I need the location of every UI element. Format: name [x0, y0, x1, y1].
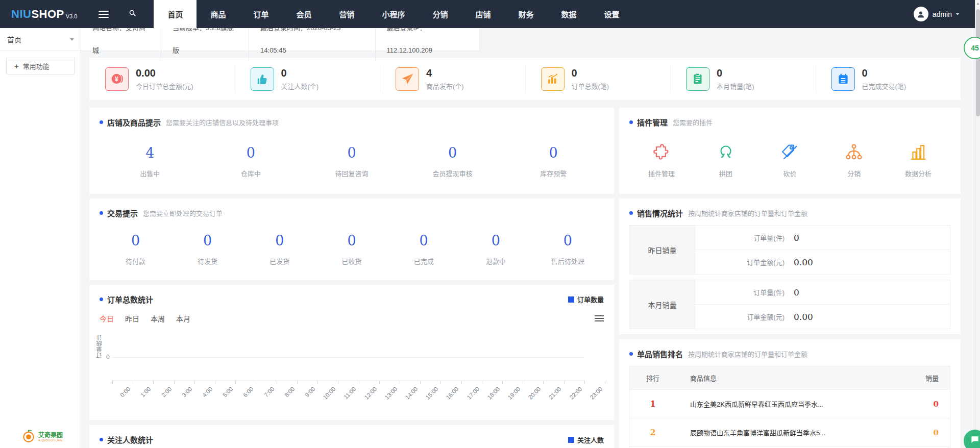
x-axis-tick	[235, 381, 236, 384]
shop-tip-pending-replies[interactable]: 0待回复咨询	[301, 145, 402, 178]
nav-item-mini-program[interactable]: 小程序	[368, 0, 419, 28]
bullet-icon	[629, 352, 633, 356]
chart-tab-today[interactable]: 今日	[100, 313, 114, 323]
avatar	[914, 7, 928, 21]
page-scrollbar[interactable]: ▲ ▼	[975, 0, 980, 448]
main-nav: 首页商品订单会员营销小程序分销店铺财务数据设置	[154, 0, 633, 28]
tip-label: 库存预警	[503, 168, 604, 178]
nav-item-data[interactable]: 数据	[548, 0, 591, 28]
nav-item-orders[interactable]: 订单	[239, 0, 282, 28]
stat-card-today-order-amount: ¥0.00今日订单总金额(元)	[89, 58, 235, 100]
trade-tip-completed[interactable]: 0已完成	[388, 233, 460, 266]
plugin-label: 数据分析	[886, 168, 950, 178]
x-axis-label: 5:00	[222, 386, 234, 398]
x-axis-label: 18:00	[486, 386, 501, 401]
shop-tips-card: 店铺及商品提示 您需要关注的店铺信息以及待处理事项 4出售中0仓库中0待回复咨询…	[89, 108, 614, 194]
logo-version: V3.0	[66, 13, 78, 19]
plugin-data-analysis[interactable]: 数据分析	[886, 141, 950, 178]
search-icon	[128, 9, 137, 19]
search-button[interactable]	[118, 0, 146, 28]
stat-card-completed-trades: 0已完成交易(笔)	[816, 58, 961, 100]
trade-tip-received[interactable]: 0已收货	[315, 233, 387, 266]
stat-label: 本月销量(笔)	[717, 81, 754, 91]
sidebar-section-title: 首页	[7, 34, 21, 44]
shop-tip-withdraw-review[interactable]: 0会员提现审核	[402, 145, 503, 178]
x-axis-label: 6:00	[242, 386, 255, 398]
tip-value: 0	[315, 233, 387, 248]
app-logo: NIU SHOP V3.0	[0, 0, 89, 28]
sales-metric-value: 0.00	[794, 312, 813, 322]
nav-item-members[interactable]: 会员	[282, 0, 325, 28]
plugin-plugin-manage[interactable]: 插件管理	[629, 141, 694, 178]
x-axis-label: 23:00	[589, 386, 604, 401]
product-ranking-subtitle: 按周期统计商家店铺的订单量和订单金额	[688, 349, 807, 359]
sales-stats-table: 昨日销量订单量(件)0订单金额(元)0.00本月销量订单量(件)0订单金额(元)…	[629, 225, 950, 329]
chart-menu-icon[interactable]	[595, 314, 604, 323]
tip-value: 0	[503, 145, 604, 161]
group-buy-icon	[694, 141, 758, 162]
footer-logo-subtext: AIQIGUOYUAN	[38, 439, 63, 442]
nav-item-finance[interactable]: 财务	[505, 0, 548, 28]
nav-item-settings[interactable]: 设置	[591, 0, 633, 28]
sales-metric-value: 0	[794, 233, 799, 243]
sales-count: 0	[905, 400, 950, 409]
shop-tip-stock-warning[interactable]: 0库存预警	[503, 145, 604, 178]
username: admin	[933, 10, 952, 18]
trade-tip-after-sale[interactable]: 0售后待处理	[532, 233, 604, 266]
plugin-distribution[interactable]: 分销	[822, 141, 886, 178]
trade-tip-pending-payment[interactable]: 0待付款	[100, 233, 172, 266]
x-axis-label: 14:00	[404, 386, 419, 401]
plus-icon: +	[14, 62, 19, 70]
chart-tab-this-month[interactable]: 本月	[176, 313, 190, 323]
ranking-row-2[interactable]: 2辰颐物语山东羊角蜜博洋蜜甜瓜新鲜当季水5...0	[630, 418, 950, 447]
shop-tip-in-stock[interactable]: 0仓库中	[201, 145, 302, 178]
info-strip: 网站名称：艾奇商城当前版本：3.2.8旗舰版最后登录时间：2020-05-23 …	[81, 28, 980, 51]
x-axis-label: 10:00	[322, 386, 337, 401]
nav-item-shop[interactable]: 店铺	[462, 0, 505, 28]
stat-card-goods-published: 4商品发布(个)	[380, 58, 525, 100]
trade-tip-refunding[interactable]: 0退款中	[460, 233, 532, 266]
x-axis-tick	[440, 381, 441, 384]
shop-tip-on-sale[interactable]: 4出售中	[100, 145, 201, 178]
x-axis-tick	[420, 381, 421, 384]
ranking-row-1[interactable]: 1山东全美2K西瓜新鲜早春红玉西瓜应当季水...0	[630, 390, 950, 418]
chart-tab-this-week[interactable]: 本周	[151, 313, 165, 323]
nav-item-distribution[interactable]: 分销	[419, 0, 461, 28]
nav-item-goods[interactable]: 商品	[197, 0, 239, 28]
x-axis-tick	[256, 381, 256, 384]
x-axis-label: 15:00	[425, 386, 439, 401]
x-axis-tick	[174, 381, 175, 384]
nav-item-home[interactable]: 首页	[154, 0, 197, 28]
user-menu[interactable]: admin	[914, 7, 960, 21]
trade-tip-shipped[interactable]: 0已发货	[243, 233, 315, 266]
x-axis-label: 16:00	[445, 386, 460, 401]
ranking-header-rank: 排行	[630, 373, 676, 383]
stats-summary-row: ¥0.00今日订单总金额(元)0关注人数(个)4商品发布(个)0订单总数(笔)0…	[89, 58, 961, 100]
add-quick-function-button[interactable]: + 常用功能	[6, 58, 75, 74]
thumb-up-icon	[251, 67, 274, 91]
nav-item-marketing[interactable]: 营销	[325, 0, 368, 28]
scrollbar-thumb[interactable]	[976, 9, 980, 116]
tip-label: 会员提现审核	[402, 168, 503, 178]
scroll-up-arrow[interactable]: ▲	[976, 1, 980, 6]
bullet-icon	[629, 211, 633, 215]
plugin-group-buy[interactable]: 拼团	[694, 141, 758, 178]
order-chart-legend: 订单数量	[568, 294, 604, 304]
x-axis-label: 4:00	[201, 386, 213, 398]
sales-metric-row: 订单量(件)0	[695, 280, 950, 304]
tip-value: 0	[388, 233, 460, 248]
sidebar-section-select[interactable]: 首页	[0, 28, 81, 51]
x-axis-label: 22:00	[568, 386, 583, 401]
menu-toggle-button[interactable]	[89, 0, 118, 28]
chart-bars-icon	[886, 141, 950, 162]
trade-tip-pending-shipment[interactable]: 0待发货	[172, 233, 243, 266]
plugin-bargain[interactable]: 砍价	[758, 141, 822, 178]
x-axis-label: 0:00	[119, 386, 131, 398]
plugin-label: 分销	[822, 168, 886, 178]
site-info-bar: 网站名称：艾奇商城当前版本：3.2.8旗舰版最后登录时间：2020-05-23 …	[81, 28, 480, 51]
sales-period-label: 昨日销量	[630, 226, 695, 274]
product-title: 山东全美2K西瓜新鲜早春红玉西瓜应当季水...	[676, 399, 905, 409]
chart-tab-yesterday[interactable]: 昨日	[125, 313, 139, 323]
tip-label: 退款中	[460, 256, 532, 266]
rank-number: 2	[630, 428, 676, 437]
